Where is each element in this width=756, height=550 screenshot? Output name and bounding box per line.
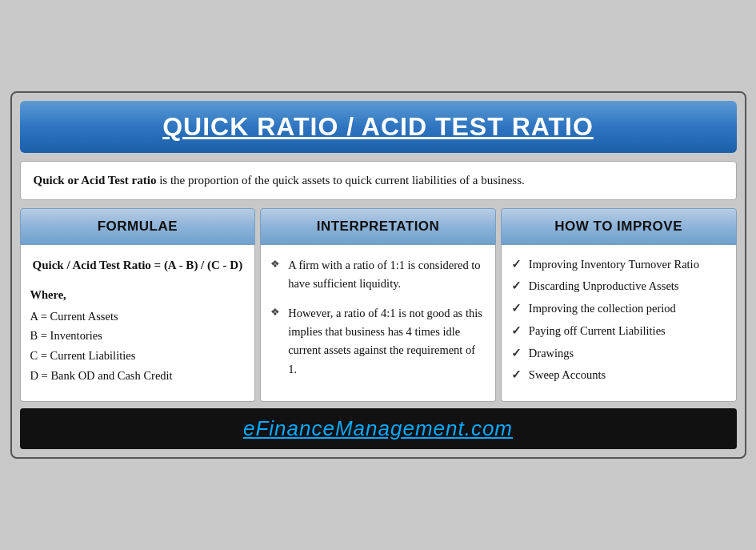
var-b: B = Inventories [30,326,246,346]
title-bar: QUICK RATIO / ACID TEST RATIO [20,101,737,153]
main-card: QUICK RATIO / ACID TEST RATIO Quick or A… [10,91,746,459]
interpretation-header: INTERPRETATION [260,208,496,245]
interpretation-column: INTERPRETATION A firm with a ratio of 1:… [260,208,496,402]
formulae-column: FORMULAE Quick / Acid Test Ratio = (A - … [20,208,256,402]
improve-header: HOW TO IMPROVE [501,208,737,245]
var-a: A = Current Assets [30,307,246,327]
page-title: QUICK RATIO / ACID TEST RATIO [162,112,594,141]
formula-vars: Where, A = Current Assets B = Inventorie… [30,285,246,385]
var-c: C = Current Liabilities [30,346,246,366]
interp-item-0: A firm with a ratio of 1:1 is considered… [270,256,486,293]
improve-item-0: Improving Inventory Turnover Ratio [511,256,726,274]
interpretation-body: A firm with a ratio of 1:1 is considered… [260,245,496,402]
formulae-body: Quick / Acid Test Ratio = (A - B) / (C -… [20,245,256,402]
definition-bold: Quick or Acid Test ratio [34,174,157,187]
var-d: D = Bank OD and Cash Credit [30,366,246,386]
improve-item-5: Sweep Accounts [511,367,726,384]
improve-item-1: Discarding Unproductive Assets [511,278,726,295]
definition-rest: is the proportion of the quick assets to… [156,174,524,187]
where-label: Where, [30,285,246,305]
formula-main: Quick / Acid Test Ratio = (A - B) / (C -… [30,256,246,275]
improve-column: HOW TO IMPROVE Improving Inventory Turno… [501,208,737,402]
formulae-header: FORMULAE [20,208,256,245]
definition-box: Quick or Acid Test ratio is the proporti… [20,161,737,200]
footer: eFinanceManagement.com [20,408,737,449]
footer-text: eFinanceManagement.com [243,416,513,440]
improve-list: Improving Inventory Turnover Ratio Disca… [511,256,726,385]
interpretation-list: A firm with a ratio of 1:1 is considered… [270,256,486,379]
improve-item-2: Improving the collection period [511,300,726,318]
improve-item-3: Paying off Current Liabilities [511,323,726,340]
columns-wrapper: FORMULAE Quick / Acid Test Ratio = (A - … [20,208,737,402]
improve-item-4: Drawings [511,345,726,363]
interp-item-1: However, a ratio of 4:1 is not good as t… [270,304,486,379]
improve-body: Improving Inventory Turnover Ratio Disca… [501,245,737,402]
